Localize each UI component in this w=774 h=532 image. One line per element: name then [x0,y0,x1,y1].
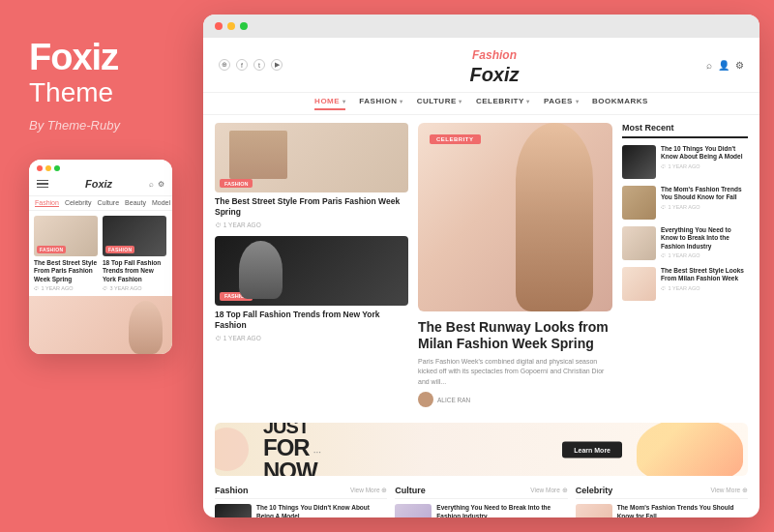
view-more-celebrity[interactable]: View More ⊕ [711,487,748,494]
bottom-art-img-3 [395,504,432,517]
settings-icon[interactable]: ⚙ [735,60,744,71]
ad-deco-right [637,423,743,476]
mobile-nav-celebrity[interactable]: Celebrity [65,199,92,207]
recent-item-meta-2: ⏱ 1 YEAR AGO [661,204,748,210]
mobile-mockup: Foxiz ⌕ ⚙ Fashion Celebrity Culture Beau… [29,160,172,354]
logo-brand: Foxiz [469,64,519,85]
search-icon[interactable]: ⌕ [149,180,154,189]
hero-description: Paris Fashion Week's combined digital an… [418,357,612,388]
featured-img-2: FASHION [215,236,408,306]
bottom-col-fashion: Fashion View More ⊕ The 10 Things You Di… [215,486,387,517]
hero-title: The Best Runway Looks from Milan Fashion… [418,319,612,352]
mobile-card-1[interactable]: FASHION The Best Street Style From Paris… [34,216,98,291]
left-panel: Foxiz Theme By Theme-Ruby Foxiz ⌕ ⚙ [0,0,203,532]
featured-title-1: The Best Street Style From Paris Fashion… [215,196,408,219]
recent-item-meta-1: ⏱ 1 YEAR AGO [661,163,748,169]
nav-bookmarks[interactable]: BOOKMARKS [592,97,648,110]
mobile-article-cards: FASHION The Best Street Style From Paris… [29,211,172,296]
recent-text-1: The 10 Things You Didn't Know About Bein… [661,145,748,169]
mobile-header: Foxiz ⌕ ⚙ [29,160,172,196]
nav-pages[interactable]: PAGES ▾ [544,97,579,110]
nav-fashion[interactable]: FASHION ▾ [359,97,402,110]
hero-author: ALICE RAN [418,392,612,407]
user-icon[interactable]: 👤 [718,60,729,71]
header-right-icons: ⌕ 👤 ⚙ [706,60,744,71]
earth-icon[interactable]: ⊕ [219,59,230,71]
bottom-col-title-fashion: Fashion [215,486,249,495]
mobile-bottom-image [29,296,172,354]
tag-fashion-2: FASHION [220,292,253,301]
mobile-brand: Foxiz [85,178,112,190]
bottom-article-5[interactable]: The Mom's Fashion Trends You Should Know… [576,504,748,517]
bottom-col-header-culture: Culture View More ⊕ [395,486,567,499]
featured-meta-1: ⏱ 1 YEAR AGO [215,222,408,228]
featured-column: FASHION The Best Street Style From Paris… [215,123,408,411]
site-nav: HOME ▾ FASHION ▾ CULTURE ▾ CELEBRITY ▾ P… [203,93,759,115]
recent-item-title-3: Everything You Need to Know to Break Int… [661,226,748,251]
featured-title-2: 18 Top Fall Fashion Trends from New York… [215,310,408,332]
hero-column: CELEBRITY The Best Runway Looks from Mil… [418,123,612,411]
bottom-art-img-1 [215,504,252,517]
dot-red [37,165,43,171]
recent-item-title-4: The Best Street Style Looks From Milan F… [661,267,748,283]
site-header: ⊕ f t ▶ Fashion Foxiz ⌕ 👤 ⚙ [203,38,759,93]
bottom-article-3[interactable]: Everything You Need to Break Into the Fa… [395,504,567,517]
bottom-col-header-fashion: Fashion View More ⊕ [215,486,387,499]
bottom-col-culture: Culture View More ⊕ Everything You Need … [395,486,567,517]
settings-icon[interactable]: ⚙ [158,180,164,189]
bottom-col-celebrity: Celebrity View More ⊕ The Mom's Fashion … [576,486,748,517]
ad-banner: JUST FOR ··· NOW Learn More [215,423,748,476]
desktop-mockup: ⊕ f t ▶ Fashion Foxiz ⌕ 👤 ⚙ HOME ▾ FASHI… [203,15,759,517]
recent-item-2[interactable]: The Mom's Fashion Trends You Should Know… [622,186,748,220]
mobile-card-meta-1: ⏱ 1 YEAR AGO [34,285,98,291]
view-more-fashion[interactable]: View More ⊕ [350,487,387,494]
featured-article-1[interactable]: FASHION The Best Street Style From Paris… [215,123,408,228]
twitter-icon[interactable]: t [253,59,265,71]
bottom-col-title-celebrity: Celebrity [576,486,613,495]
mobile-card-2[interactable]: FASHION 18 Top Fall Fashion Trends from … [103,216,166,291]
bottom-art-title-1: The 10 Things You Didn't Know About Bein… [256,504,387,517]
featured-article-2[interactable]: FASHION 18 Top Fall Fashion Trends from … [215,236,408,341]
mobile-card-title-2: 18 Top Fall Fashion Trends from New York… [103,259,166,283]
bottom-art-title-5: The Mom's Fashion Trends You Should Know… [617,504,748,517]
recent-text-2: The Mom's Fashion Trends You Should Know… [661,186,748,210]
bottom-section: Fashion View More ⊕ The 10 Things You Di… [203,480,759,517]
recent-img-4 [622,267,656,301]
mobile-card-img-2: FASHION [103,216,166,256]
bottom-col-title-culture: Culture [395,486,426,495]
mobile-nav-beauty[interactable]: Beauty [125,199,146,207]
mobile-nav-model[interactable]: Model [152,199,170,207]
brand-name: Foxiz [29,39,118,75]
recent-text-3: Everything You Need to Know to Break Int… [661,226,748,258]
bottom-art-text-1: The 10 Things You Didn't Know About Bein… [256,504,387,517]
nav-celebrity[interactable]: CELEBRITY ▾ [476,97,530,110]
recent-item-4[interactable]: The Best Street Style Looks From Milan F… [622,267,748,301]
recent-img-1 [622,145,656,179]
recent-item-title-2: The Mom's Fashion Trends You Should Know… [661,186,748,202]
view-more-culture[interactable]: View More ⊕ [530,487,567,494]
bottom-article-1[interactable]: The 10 Things You Didn't Know About Bein… [215,504,387,517]
bottom-art-img-5 [576,504,612,517]
recent-item-3[interactable]: Everything You Need to Know to Break Int… [622,226,748,260]
mobile-nav-culture[interactable]: Culture [98,199,120,207]
search-icon[interactable]: ⌕ [706,60,712,71]
learn-more-button[interactable]: Learn More [562,441,622,458]
hamburger-icon[interactable] [37,180,48,189]
nav-home[interactable]: HOME ▾ [314,97,345,110]
by-label: By Theme-Ruby [29,118,120,133]
ad-dots: ··· [313,447,321,458]
mobile-topbar: Foxiz ⌕ ⚙ [37,176,164,192]
mobile-nav-fashion[interactable]: Fashion [35,199,59,207]
hero-model-figure [516,123,593,311]
ad-for-now-row: FOR ··· [263,436,321,459]
mobile-nav: Fashion Celebrity Culture Beauty Model [29,196,172,211]
bottom-art-text-3: Everything You Need to Break Into the Fa… [436,504,567,517]
ad-circle-deco [215,428,249,471]
youtube-icon[interactable]: ▶ [271,59,283,71]
chrome-dot-yellow [227,22,235,30]
facebook-icon[interactable]: f [236,59,248,71]
recent-item-meta-4: ⏱ 1 YEAR AGO [661,285,748,291]
nav-culture[interactable]: CULTURE ▾ [417,97,462,110]
recent-item-1[interactable]: The 10 Things You Didn't Know About Bein… [622,145,748,179]
mobile-card-title-1: The Best Street Style From Paris Fashion… [34,259,98,283]
